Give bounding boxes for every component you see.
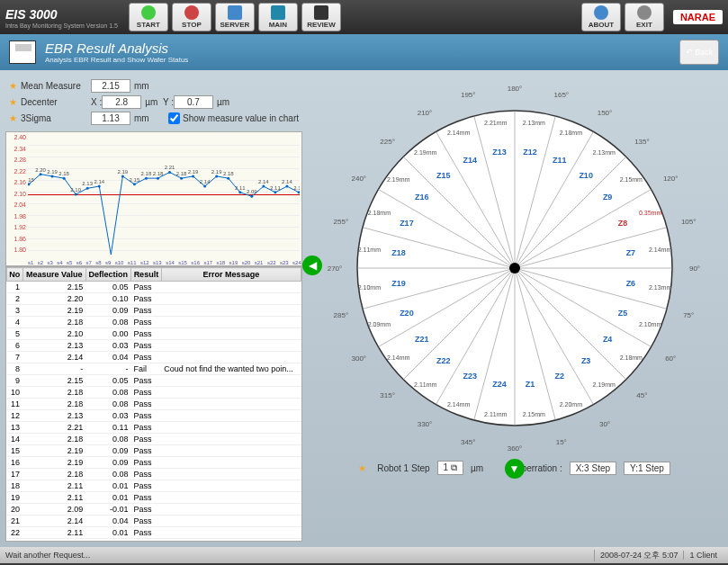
svg-text:2.14mm: 2.14mm	[648, 247, 670, 253]
svg-text:330°: 330°	[417, 420, 432, 428]
svg-text:2.19: 2.19	[188, 169, 199, 175]
stop-button[interactable]: STOP	[172, 3, 211, 31]
status-message: Wait another Request...	[5, 551, 90, 560]
table-row[interactable]: 72.140.04Pass	[7, 352, 301, 363]
svg-text:2.15: 2.15	[130, 177, 140, 183]
svg-point-143	[509, 263, 520, 274]
svg-text:2.18: 2.18	[58, 171, 69, 176]
svg-point-4	[51, 175, 54, 177]
svg-text:225°: 225°	[380, 138, 395, 146]
star-icon: ★	[9, 81, 17, 91]
table-row[interactable]: 112.180.08Pass	[7, 399, 301, 410]
svg-text:2.11: 2.11	[293, 185, 300, 191]
content-area: ★ Mean Measure 2.15 mm ★ Decenter X : 2.…	[0, 70, 728, 547]
svg-text:2.09: 2.09	[247, 189, 257, 194]
svg-text:90°: 90°	[688, 265, 699, 273]
table-row[interactable]: 212.140.04Pass	[7, 516, 301, 527]
svg-text:270°: 270°	[327, 265, 342, 273]
status-client: 1 Client	[683, 551, 723, 560]
svg-text:2.13mm: 2.13mm	[592, 149, 615, 156]
svg-text:Z19: Z19	[391, 279, 406, 288]
table-row[interactable]: 122.130.03Pass	[7, 410, 301, 422]
svg-text:285°: 285°	[333, 311, 348, 319]
svg-text:2.11mm: 2.11mm	[414, 381, 436, 388]
table-row[interactable]: 192.110.01Pass	[7, 492, 301, 504]
table-row[interactable]: 92.150.05Pass	[7, 375, 301, 387]
table-row[interactable]: 222.110.01Pass	[7, 527, 301, 539]
column-header[interactable]: Result	[131, 268, 162, 282]
svg-text:2.19: 2.19	[211, 169, 222, 175]
back-arrow-icon: ↶	[686, 48, 693, 57]
table-row[interactable]: 22.200.10Pass	[7, 293, 301, 305]
prev-arrow-button[interactable]: ◀	[302, 256, 322, 275]
exit-button[interactable]: EXIT	[625, 3, 664, 31]
svg-text:2.18: 2.18	[223, 171, 234, 176]
column-header[interactable]: Measure Value	[22, 268, 85, 282]
svg-text:2.15mm: 2.15mm	[619, 176, 642, 183]
svg-text:Z8: Z8	[617, 219, 627, 228]
svg-text:300°: 300°	[351, 354, 366, 363]
table-row[interactable]: 52.100.00Pass	[7, 328, 301, 340]
svg-text:345°: 345°	[460, 438, 475, 446]
svg-point-38	[262, 185, 265, 188]
svg-text:2.18mm: 2.18mm	[619, 354, 642, 361]
svg-text:360°: 360°	[507, 444, 522, 453]
table-row[interactable]: 42.180.08Pass	[7, 317, 301, 328]
top-toolbar: EIS 3000 Intra Bay Monitoring System Ver…	[0, 0, 728, 34]
svg-point-34	[238, 191, 241, 193]
svg-text:Z5: Z5	[617, 309, 627, 318]
svg-text:2.19mm: 2.19mm	[387, 176, 409, 183]
next-arrow-button[interactable]: ▼	[505, 459, 525, 479]
svg-text:Z10: Z10	[579, 171, 593, 180]
table-row[interactable]: 182.110.01Pass	[7, 480, 301, 492]
svg-text:Z3: Z3	[580, 356, 590, 365]
svg-text:Z11: Z11	[552, 156, 566, 165]
table-row[interactable]: 62.130.03Pass	[7, 340, 301, 352]
table-row[interactable]: 162.190.09Pass	[7, 457, 301, 469]
svg-text:2.14: 2.14	[94, 179, 104, 184]
svg-text:2.11mm: 2.11mm	[484, 411, 507, 417]
start-button[interactable]: START	[129, 3, 168, 31]
table-row[interactable]: 12.150.05Pass	[7, 282, 301, 293]
table-row[interactable]: 152.190.09Pass	[7, 445, 301, 457]
column-header[interactable]: Error Message	[161, 268, 301, 282]
svg-text:180°: 180°	[507, 85, 522, 93]
column-header[interactable]: Deflection	[85, 268, 130, 282]
svg-text:Z20: Z20	[400, 309, 414, 318]
svg-text:195°: 195°	[460, 91, 475, 99]
svg-text:165°: 165°	[553, 91, 569, 99]
results-table[interactable]: NoMeasure ValueDeflectionResultError Mes…	[5, 266, 302, 542]
table-row[interactable]: 132.210.11Pass	[7, 422, 301, 434]
svg-point-12	[98, 185, 101, 188]
svg-text:Z23: Z23	[463, 372, 477, 381]
review-button[interactable]: REVIEW	[301, 3, 341, 31]
svg-text:2.13mm: 2.13mm	[522, 120, 544, 126]
svg-text:Z4: Z4	[602, 335, 612, 344]
table-row[interactable]: 202.09-0.01Pass	[7, 504, 301, 516]
svg-point-6	[63, 177, 66, 180]
column-header[interactable]: No	[7, 268, 23, 282]
table-row[interactable]: 102.180.08Pass	[7, 387, 301, 399]
svg-text:2.13mm: 2.13mm	[648, 284, 670, 291]
table-row[interactable]: 232.140.04Pass	[7, 539, 301, 543]
table-row[interactable]: 172.180.08Pass	[7, 469, 301, 480]
svg-text:150°: 150°	[597, 109, 612, 117]
svg-text:2.10mm: 2.10mm	[357, 284, 380, 291]
robot-step-input[interactable]: 1 ⧉	[437, 461, 463, 475]
mean-measure-value: 2.15	[91, 79, 130, 93]
svg-text:Z6: Z6	[625, 279, 635, 288]
table-row[interactable]: 142.180.08Pass	[7, 434, 301, 445]
decenter-x-value: 2.8	[102, 95, 141, 109]
svg-text:2.14mm: 2.14mm	[387, 354, 409, 361]
server-button[interactable]: SERVER	[215, 3, 255, 31]
svg-text:Z14: Z14	[463, 156, 477, 165]
main-button[interactable]: MAIN	[258, 3, 298, 31]
svg-text:2.20mm: 2.20mm	[559, 401, 581, 408]
svg-text:2.09mm: 2.09mm	[367, 321, 390, 327]
back-button[interactable]: ↶ Back	[679, 40, 719, 65]
svg-text:2.18: 2.18	[153, 171, 164, 176]
table-row[interactable]: 8--FailCoud not find the wanted two poin…	[7, 363, 301, 375]
show-value-checkbox[interactable]	[168, 112, 180, 124]
about-button[interactable]: ABOUT	[581, 3, 621, 31]
table-row[interactable]: 32.190.09Pass	[7, 305, 301, 317]
